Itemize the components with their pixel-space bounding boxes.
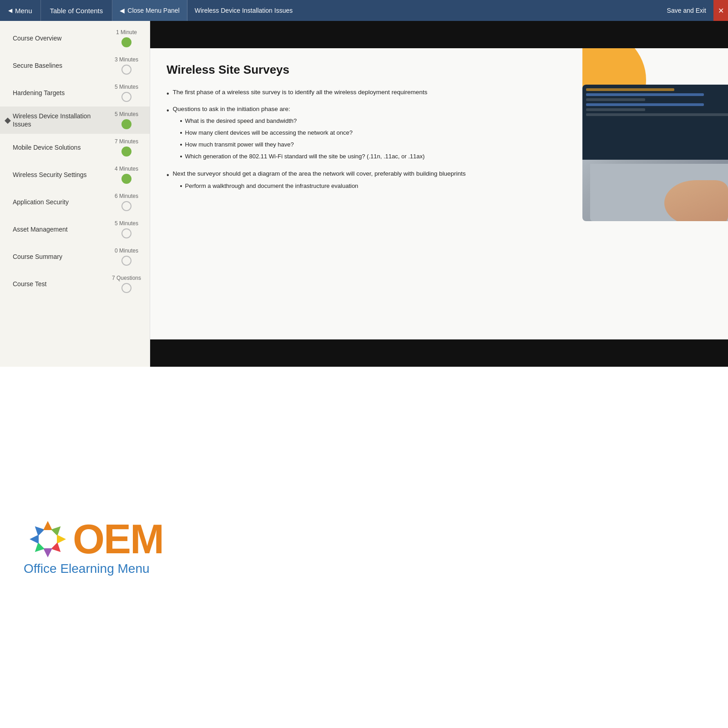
sub-bullet-item: •What is the desired speed and bandwidth… bbox=[180, 116, 425, 126]
sub-bullet-item: •How much transmit power will they have? bbox=[180, 140, 425, 150]
sidebar-item-1[interactable]: Secure Baselines3 Minutes bbox=[0, 52, 150, 79]
chevron-left-icon: ◀ bbox=[8, 7, 12, 14]
sidebar-item-meta: 5 Minutes bbox=[111, 220, 142, 238]
logo-arrows-icon bbox=[23, 519, 73, 560]
content-area: Wireless Site Surveys •The first phase o… bbox=[150, 21, 728, 367]
sub-bullet-text: Which generation of the 802.11 Wi-Fi sta… bbox=[185, 152, 425, 162]
slide-main: Wireless Site Surveys •The first phase o… bbox=[150, 48, 728, 339]
sub-bullet-icon: • bbox=[180, 152, 182, 162]
slide-image bbox=[582, 48, 728, 339]
top-navigation: ◀ Menu Table of Contents ◀ Close Menu Pa… bbox=[0, 0, 728, 21]
screen-line-6 bbox=[586, 113, 728, 116]
oem-logo: OEM Office Elearning Menu bbox=[23, 519, 163, 576]
progress-circle bbox=[121, 256, 131, 266]
sub-bullet-item: •Perform a walkthrough and document the … bbox=[180, 182, 466, 191]
sidebar-item-0[interactable]: Course Overview1 Minute bbox=[0, 25, 150, 52]
sidebar-item-label: Secure Baselines bbox=[13, 61, 107, 70]
menu-button[interactable]: ◀ Menu bbox=[0, 0, 41, 21]
svg-marker-4 bbox=[51, 542, 64, 555]
hand-illustration bbox=[664, 180, 728, 221]
screen-lines bbox=[582, 85, 728, 122]
sidebar: Course Overview1 MinuteSecure Baselines3… bbox=[0, 21, 150, 367]
sub-bullet-text: How many client devices will be accessin… bbox=[185, 128, 353, 138]
sidebar-item-label: Course Overview bbox=[13, 34, 107, 42]
sidebar-item-label: Course Summary bbox=[13, 253, 107, 261]
screen-line-5 bbox=[586, 108, 645, 111]
svg-marker-7 bbox=[30, 535, 39, 544]
sub-bullet-icon: • bbox=[180, 182, 182, 191]
sidebar-item-label: Course Test bbox=[13, 280, 107, 288]
sidebar-item-label: Wireless Security Settings bbox=[13, 171, 107, 179]
sub-bullet-icon: • bbox=[180, 128, 182, 138]
sidebar-item-3[interactable]: ◆Wireless Device Installation Issues5 Mi… bbox=[0, 106, 150, 134]
slide-content: Wireless Site Surveys •The first phase o… bbox=[150, 48, 582, 339]
sidebar-item-2[interactable]: Hardening Targets5 Minutes bbox=[0, 79, 150, 106]
sidebar-item-minutes: 7 Minutes bbox=[115, 138, 138, 145]
laptop-screen bbox=[582, 85, 728, 160]
bullet-item: •Next the surveyor should get a diagram … bbox=[167, 169, 566, 193]
logo-section: OEM Office Elearning Menu bbox=[0, 367, 728, 728]
sidebar-item-minutes: 4 Minutes bbox=[115, 166, 138, 172]
slide-title: Wireless Site Surveys bbox=[167, 63, 566, 77]
progress-circle bbox=[121, 65, 131, 75]
sub-bullet-item: •Which generation of the 802.11 Wi-Fi st… bbox=[180, 152, 425, 162]
oem-text: OEM bbox=[73, 519, 163, 560]
oem-subtitle: Office Elearning Menu bbox=[24, 561, 163, 576]
sidebar-item-meta: 5 Minutes bbox=[111, 84, 142, 102]
sidebar-item-label: Application Security bbox=[13, 198, 107, 206]
chevron-left-icon2: ◀ bbox=[120, 7, 125, 14]
sidebar-item-6[interactable]: Application Security6 Minutes bbox=[0, 188, 150, 216]
sidebar-item-meta: 3 Minutes bbox=[111, 56, 142, 75]
close-menu-panel-button[interactable]: ◀ Close Menu Panel bbox=[112, 0, 187, 21]
save-exit-button[interactable]: Save and Exit bbox=[660, 0, 713, 21]
slide-bullets: •The first phase of a wireless site surv… bbox=[167, 88, 566, 193]
bullet-text: Questions to ask in the initiation phase… bbox=[173, 105, 425, 164]
sub-bullet-text: What is the desired speed and bandwidth? bbox=[185, 116, 297, 126]
sidebar-item-minutes: 5 Minutes bbox=[115, 111, 138, 117]
sidebar-item-4[interactable]: Mobile Device Solutions7 Minutes bbox=[0, 134, 150, 161]
sidebar-item-minutes: 5 Minutes bbox=[115, 84, 138, 90]
progress-circle bbox=[121, 174, 131, 184]
sidebar-item-minutes: 3 Minutes bbox=[115, 56, 138, 63]
sidebar-item-meta: 0 Minutes bbox=[111, 248, 142, 266]
sidebar-item-8[interactable]: Course Summary0 Minutes bbox=[0, 243, 150, 270]
sub-bullet-icon: • bbox=[180, 116, 182, 126]
sidebar-item-label: Hardening Targets bbox=[13, 89, 107, 97]
svg-marker-6 bbox=[32, 542, 45, 555]
sidebar-item-minutes: 5 Minutes bbox=[115, 220, 138, 227]
sidebar-item-meta: 1 Minute bbox=[111, 29, 142, 47]
sidebar-item-meta: 5 Minutes bbox=[111, 111, 142, 129]
bullet-item: •The first phase of a wireless site surv… bbox=[167, 88, 566, 99]
bullet-icon: • bbox=[167, 170, 169, 193]
sidebar-item-minutes: 7 Questions bbox=[112, 275, 141, 281]
sidebar-item-meta: 7 Minutes bbox=[111, 138, 142, 157]
bullet-item: •Questions to ask in the initiation phas… bbox=[167, 105, 566, 164]
svg-marker-0 bbox=[32, 523, 45, 536]
bullet-icon: • bbox=[167, 88, 169, 99]
progress-circle bbox=[121, 119, 131, 129]
sidebar-item-minutes: 0 Minutes bbox=[115, 248, 138, 254]
sub-bullet-text: How much transmit power will they have? bbox=[185, 140, 294, 150]
svg-marker-2 bbox=[51, 523, 64, 536]
current-course-title: Wireless Device Installation Issues bbox=[187, 7, 660, 14]
sidebar-item-label: Asset Management bbox=[13, 225, 107, 233]
svg-marker-1 bbox=[43, 521, 52, 530]
close-x-button[interactable]: ✕ bbox=[713, 0, 728, 21]
progress-circle bbox=[121, 92, 131, 102]
slide-bg-bottom bbox=[150, 339, 728, 367]
screen-line-3 bbox=[586, 98, 645, 101]
sidebar-item-label: Wireless Device Installation Issues bbox=[13, 112, 107, 128]
slide-bg-top bbox=[150, 21, 728, 48]
sub-bullets: •What is the desired speed and bandwidth… bbox=[180, 116, 425, 162]
sidebar-item-5[interactable]: Wireless Security Settings4 Minutes bbox=[0, 161, 150, 188]
active-arrow-icon: ◆ bbox=[5, 115, 11, 125]
progress-circle bbox=[121, 201, 131, 211]
sidebar-item-9[interactable]: Course Test7 Questions bbox=[0, 270, 150, 298]
svg-marker-3 bbox=[57, 535, 66, 544]
bullet-icon: • bbox=[167, 105, 169, 164]
sidebar-item-7[interactable]: Asset Management5 Minutes bbox=[0, 216, 150, 243]
sub-bullet-item: •How many client devices will be accessi… bbox=[180, 128, 425, 138]
bullet-text: The first phase of a wireless site surve… bbox=[173, 88, 428, 99]
sub-bullets: •Perform a walkthrough and document the … bbox=[180, 182, 466, 191]
laptop-illustration bbox=[582, 85, 728, 221]
